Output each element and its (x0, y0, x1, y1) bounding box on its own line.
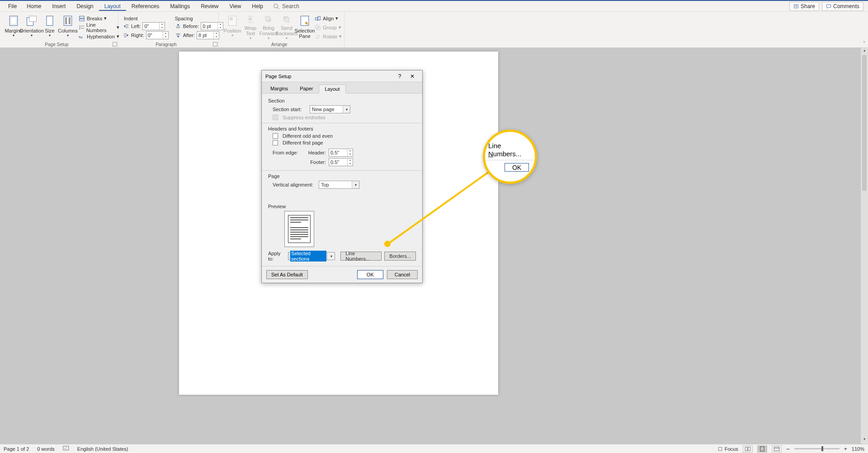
scrollbar-thumb[interactable] (862, 55, 867, 191)
page-setup-launcher[interactable] (113, 42, 117, 47)
columns-icon (61, 14, 74, 27)
indent-right-input[interactable]: 0"▴▾ (146, 31, 169, 39)
diff-odd-even-checkbox[interactable] (273, 133, 278, 139)
indent-right-icon (123, 32, 129, 38)
proofing-icon[interactable] (63, 446, 69, 452)
space-after[interactable]: After:8 pt▴▾ (175, 31, 223, 39)
set-as-default-button[interactable]: Set As Default (266, 270, 308, 279)
space-after-input[interactable]: 8 pt▴▾ (197, 31, 219, 39)
tab-home[interactable]: Home (21, 2, 47, 11)
size-icon (43, 14, 56, 27)
svg-rect-39 (316, 18, 318, 20)
ok-button[interactable]: OK (357, 270, 383, 279)
diff-first-page-checkbox[interactable] (273, 140, 278, 145)
svg-rect-10 (69, 17, 71, 24)
dialog-tab-layout[interactable]: Layout (319, 84, 345, 93)
dialog-tab-margins[interactable]: Margins (264, 84, 294, 93)
valign-label: Vertical alignment: (273, 182, 316, 187)
document-area[interactable] (0, 48, 868, 446)
group-button: Group▾ (315, 23, 342, 32)
diff-first-page-label: Different first page (283, 140, 323, 145)
svg-rect-47 (774, 447, 779, 450)
cancel-button[interactable]: Cancel (387, 270, 418, 279)
tab-mailings[interactable]: Mailings (165, 2, 195, 11)
page-setup-dialog: Page Setup ? ✕ Margins Paper Layout Sect… (261, 70, 423, 283)
footer-input[interactable]: 0.5"▴▾ (329, 158, 353, 166)
margins-icon (7, 14, 20, 27)
tab-view[interactable]: View (224, 2, 247, 11)
vertical-scrollbar[interactable]: ▴ ▾ (861, 48, 868, 444)
collapse-ribbon-button[interactable]: ˄ (863, 41, 865, 46)
selection-pane-button[interactable]: Selection Pane (296, 14, 314, 41)
line-numbers-icon: 12 (79, 24, 85, 31)
rotate-icon (315, 33, 321, 40)
search-box[interactable]: Search (273, 3, 299, 9)
borders-dialog-button[interactable]: Borders... (384, 252, 416, 261)
zoom-in-button[interactable]: + (844, 446, 847, 452)
hf-heading: Headers and footers (268, 126, 416, 131)
search-icon (273, 3, 279, 9)
tab-design[interactable]: Design (71, 2, 99, 11)
preview-heading: Preview (268, 204, 416, 209)
space-before[interactable]: Before:0 pt▴▾ (175, 22, 223, 30)
paragraph-launcher[interactable] (213, 42, 217, 47)
dialog-tab-paper[interactable]: Paper (294, 84, 319, 93)
bring-forward-button: Bring Forward▾ (259, 14, 278, 41)
diff-odd-even-label: Different odd and even (283, 133, 333, 139)
bringforward-icon (262, 14, 275, 24)
svg-rect-6 (29, 16, 37, 22)
focus-icon (717, 446, 723, 452)
section-start-label: Section start: (273, 107, 307, 112)
zoom-slider[interactable] (794, 448, 840, 449)
section-start-dropdown[interactable]: New page▾ (310, 105, 350, 113)
size-button[interactable]: Size▾ (41, 14, 59, 41)
line-numbers-dialog-button[interactable]: Line Numbers... (340, 252, 382, 261)
svg-rect-12 (80, 19, 85, 20)
dialog-title: Page Setup (265, 74, 292, 79)
zoom-out-button[interactable]: − (786, 445, 790, 453)
spacing-heading: Spacing (175, 16, 223, 21)
tab-layout[interactable]: Layout (99, 2, 126, 11)
align-button[interactable]: Align▾ (315, 14, 342, 23)
word-count[interactable]: 0 words (37, 446, 55, 452)
tab-references[interactable]: References (126, 2, 165, 11)
valign-dropdown[interactable]: Top▾ (319, 181, 359, 189)
print-layout-button[interactable] (757, 445, 767, 453)
tab-file[interactable]: File (4, 2, 21, 11)
indent-left-input[interactable]: 0"▴▾ (142, 22, 165, 30)
dialog-close-button[interactable]: ✕ (406, 73, 419, 79)
group-label-arrange: Arrange (219, 42, 340, 47)
tab-review[interactable]: Review (195, 2, 224, 11)
zoom-level[interactable]: 110% (852, 446, 864, 452)
indent-right[interactable]: Right:0"▴▾ (123, 31, 169, 39)
hyphenation-button[interactable]: bcHyphenation▾ (79, 33, 119, 41)
statusbar: Page 1 of 2 0 words English (United Stat… (0, 444, 868, 453)
language-indicator[interactable]: English (United States) (77, 446, 128, 452)
svg-rect-31 (249, 18, 252, 21)
svg-text:2: 2 (79, 28, 80, 30)
share-button[interactable]: Share (789, 2, 819, 11)
dialog-help-button[interactable]: ? (393, 73, 406, 79)
tab-help[interactable]: Help (246, 2, 269, 11)
callout-ok-fragment: OK (505, 163, 529, 172)
svg-point-0 (274, 4, 278, 8)
tab-insert[interactable]: Insert (47, 2, 71, 11)
svg-rect-35 (265, 16, 270, 21)
web-layout-button[interactable] (772, 445, 782, 453)
page-indicator[interactable]: Page 1 of 2 (4, 446, 29, 452)
share-label: Share (801, 3, 815, 9)
focus-mode-label[interactable]: Focus (717, 446, 738, 452)
margins-button[interactable]: Margins▾ (5, 14, 23, 41)
header-input[interactable]: 0.5"▴▾ (329, 149, 353, 157)
indent-left[interactable]: Left:0"▴▾ (123, 22, 169, 30)
svg-rect-9 (65, 17, 67, 24)
line-numbers-button[interactable]: 12Line Numbers▾ (79, 23, 119, 32)
read-mode-button[interactable] (743, 445, 753, 453)
svg-rect-11 (80, 16, 85, 18)
breaks-button[interactable]: Breaks▾ (79, 14, 119, 23)
comments-button[interactable]: Comments (822, 2, 863, 11)
orientation-button[interactable]: Orientation▾ (23, 14, 41, 41)
svg-rect-3 (9, 16, 18, 26)
columns-button[interactable]: Columns▾ (59, 14, 77, 41)
apply-to-dropdown[interactable]: Selected sections▾ (288, 252, 335, 260)
